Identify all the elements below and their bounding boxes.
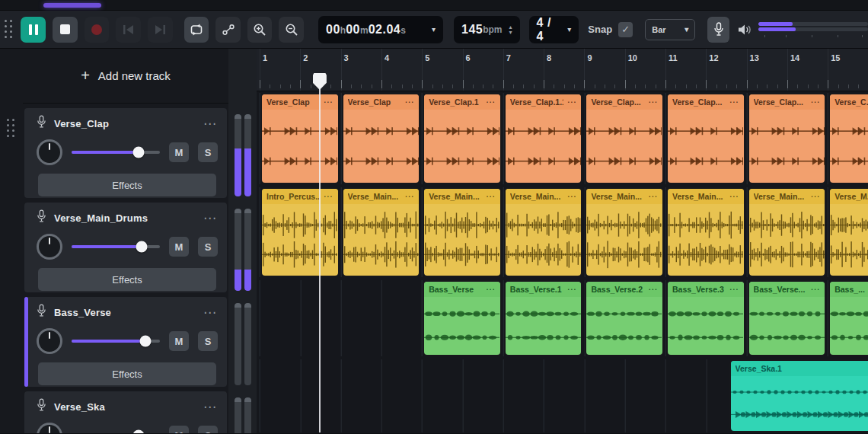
- skip-forward-button[interactable]: [148, 17, 173, 43]
- effects-button[interactable]: Effects: [38, 268, 216, 291]
- record-button[interactable]: [85, 17, 110, 43]
- track-menu-button[interactable]: ⋯: [203, 305, 218, 321]
- mute-button[interactable]: M: [169, 142, 189, 162]
- solo-button[interactable]: S: [198, 331, 218, 351]
- audio-clip[interactable]: Bass_Verse.2⋯: [585, 280, 664, 356]
- audio-clip[interactable]: Verse_Clap...⋯: [585, 93, 664, 184]
- audio-clip[interactable]: Verse_Main...⋯: [585, 187, 664, 277]
- tracklist-drag-handle-icon[interactable]: [7, 119, 16, 139]
- audio-clip[interactable]: Verse_M...⋯: [828, 187, 868, 277]
- clip-menu-button[interactable]: ⋯: [648, 284, 658, 295]
- bpm-display[interactable]: 145 bpm ▴▾: [454, 16, 520, 43]
- track-card-bass_verse[interactable]: Bass_Verse⋯MSEffects: [24, 297, 227, 387]
- clip-menu-button[interactable]: ⋯: [404, 191, 414, 202]
- audio-clip[interactable]: Verse_C...⋯: [828, 93, 868, 184]
- toolbar-drag-handle-icon[interactable]: [5, 20, 14, 40]
- audio-clip[interactable]: Verse_Main...⋯: [342, 187, 421, 277]
- clip-menu-button[interactable]: ⋯: [810, 284, 820, 295]
- bar-number: 2: [303, 53, 308, 62]
- meter-left-channel: [758, 22, 868, 26]
- clip-menu-button[interactable]: ⋯: [566, 284, 576, 295]
- audio-clip[interactable]: Verse_Main...⋯: [666, 187, 745, 277]
- solo-button[interactable]: S: [198, 237, 218, 257]
- track-name: Bass_Verse: [54, 307, 111, 318]
- volume-slider[interactable]: [72, 340, 160, 343]
- volume-slider-thumb[interactable]: [133, 430, 145, 434]
- audio-clip[interactable]: Verse_Clap.1⋯: [423, 93, 502, 184]
- clip-menu-button[interactable]: ⋯: [486, 191, 496, 202]
- clip-menu-button[interactable]: ⋯: [486, 97, 496, 107]
- audio-clip[interactable]: Bass_Verse...⋯: [748, 280, 827, 356]
- audio-clip[interactable]: Verse_Clap...⋯: [666, 93, 745, 184]
- track-card-verse_main_drums[interactable]: Verse_Main_Drums⋯MSEffects: [24, 203, 227, 292]
- pan-knob[interactable]: [37, 139, 62, 165]
- pause-button[interactable]: [21, 17, 46, 43]
- volume-slider-thumb[interactable]: [136, 241, 147, 253]
- track-menu-button[interactable]: ⋯: [203, 399, 218, 415]
- clip-menu-button[interactable]: ⋯: [729, 284, 739, 295]
- audio-clip[interactable]: Bass_...⋯: [828, 280, 868, 356]
- clip-menu-button[interactable]: ⋯: [566, 191, 576, 202]
- loop-button[interactable]: [184, 17, 209, 43]
- audio-clip[interactable]: Verse_Clap.1.1⋯: [504, 93, 583, 184]
- meter-right-channel: [758, 27, 868, 31]
- track-menu-button[interactable]: ⋯: [203, 210, 218, 226]
- audio-clip[interactable]: Bass_Verse.1⋯: [504, 280, 583, 356]
- solo-button[interactable]: S: [198, 142, 218, 162]
- audio-clip[interactable]: Bass_Verse⋯: [423, 280, 502, 356]
- effects-button[interactable]: Effects: [38, 362, 216, 385]
- mic-input-button[interactable]: [707, 17, 729, 43]
- clip-menu-button[interactable]: ⋯: [648, 191, 658, 202]
- clip-menu-button[interactable]: ⋯: [810, 191, 820, 202]
- clip-menu-button[interactable]: ⋯: [404, 97, 414, 107]
- volume-slider-thumb[interactable]: [133, 147, 145, 158]
- pan-knob[interactable]: [37, 328, 62, 354]
- zoom-out-button[interactable]: [279, 17, 304, 43]
- audio-clip[interactable]: Verse_Ska.1⋯: [729, 359, 868, 432]
- clip-menu-button[interactable]: ⋯: [729, 97, 739, 107]
- clip-menu-button[interactable]: ⋯: [810, 97, 820, 107]
- volume-slider[interactable]: [72, 245, 160, 248]
- clip-menu-button[interactable]: ⋯: [566, 97, 576, 107]
- stop-button[interactable]: [53, 17, 78, 43]
- track-card-verse_clap[interactable]: Verse_Clap⋯MSEffects: [24, 108, 227, 198]
- audio-clip[interactable]: Verse_Main...⋯: [748, 187, 827, 277]
- solo-button[interactable]: S: [198, 426, 218, 433]
- audio-clip[interactable]: Verse_Clap⋯: [260, 93, 340, 184]
- track-menu-button[interactable]: ⋯: [203, 116, 218, 132]
- audio-clip[interactable]: Verse_Main...⋯: [423, 187, 502, 277]
- bpm-stepper[interactable]: ▴▾: [509, 24, 512, 35]
- snap-checkbox[interactable]: ✓: [618, 22, 633, 37]
- speaker-icon[interactable]: [737, 23, 752, 37]
- loop-icon: [190, 23, 203, 37]
- clip-menu-button[interactable]: ⋯: [729, 191, 739, 202]
- clip-menu-button[interactable]: ⋯: [486, 284, 496, 295]
- zoom-in-button[interactable]: [247, 17, 273, 43]
- clip-menu-button[interactable]: ⋯: [324, 97, 333, 107]
- effects-button[interactable]: Effects: [38, 174, 216, 196]
- add-new-track-button[interactable]: + Add new track: [23, 49, 228, 104]
- volume-slider[interactable]: [72, 151, 160, 154]
- grid-size-dropdown[interactable]: Bar ▾: [645, 19, 695, 40]
- time-display[interactable]: 00h00m02.04s ▾: [318, 16, 443, 43]
- audio-clip[interactable]: Verse_Clap⋯: [342, 93, 421, 184]
- clip-menu-button[interactable]: ⋯: [324, 191, 333, 202]
- audio-clip[interactable]: Intro_Percus...⋯: [260, 187, 340, 277]
- clip-menu-button[interactable]: ⋯: [648, 97, 658, 107]
- audio-clip[interactable]: Bass_Verse.3⋯: [666, 280, 745, 356]
- ruler-tick: [442, 85, 443, 88]
- automation-button[interactable]: [215, 17, 241, 43]
- time-signature-display[interactable]: 4 / 4 ▾: [529, 16, 579, 43]
- track-card-verse_ska[interactable]: Verse_Ska⋯MSEffects: [24, 391, 227, 433]
- audio-clip[interactable]: Verse_Main...⋯: [504, 187, 583, 277]
- skip-back-button[interactable]: [116, 17, 141, 43]
- mute-button[interactable]: M: [169, 331, 189, 351]
- mute-button[interactable]: M: [169, 426, 189, 433]
- volume-slider-thumb[interactable]: [140, 336, 152, 347]
- ruler-tick: [361, 85, 362, 88]
- pan-knob[interactable]: [37, 234, 62, 260]
- mute-button[interactable]: M: [169, 237, 189, 257]
- audio-clip[interactable]: Verse_Clap...⋯: [748, 93, 827, 184]
- pan-knob[interactable]: [37, 423, 62, 433]
- timeline-ruler[interactable]: 123456789101112131415: [257, 49, 868, 91]
